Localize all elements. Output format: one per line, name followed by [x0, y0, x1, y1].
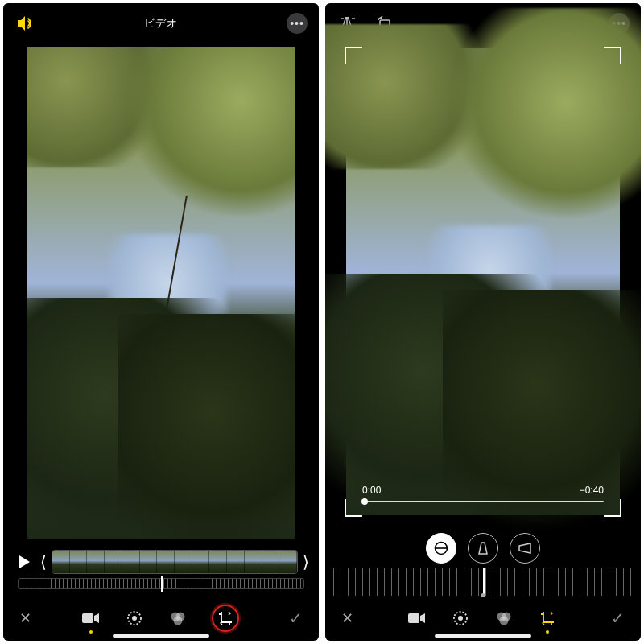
straighten-button[interactable] [426, 533, 456, 564]
svg-rect-0 [82, 613, 93, 623]
home-indicator[interactable] [113, 634, 209, 638]
horizontal-perspective-button[interactable] [510, 533, 540, 564]
crop-corner-br[interactable] [604, 499, 621, 517]
svg-rect-11 [408, 613, 419, 623]
done-button[interactable]: ✓ [611, 609, 625, 628]
trim-handle-left[interactable]: ⟨ [40, 552, 47, 572]
cancel-button[interactable]: ✕ [19, 609, 31, 627]
adjust-tab-button[interactable] [125, 609, 144, 628]
video-preview[interactable] [27, 47, 295, 539]
crop-rotate-icon [217, 610, 233, 626]
header-title: ビデオ [3, 16, 319, 31]
scrubber[interactable] [18, 578, 304, 589]
trim-handle-right[interactable]: ⟩ [303, 552, 309, 572]
video-tab-button[interactable] [81, 609, 101, 628]
playhead-track[interactable] [362, 501, 604, 502]
filmstrip-timeline[interactable] [52, 550, 298, 574]
crop-frame[interactable]: 0:00 −0:40 [341, 43, 625, 523]
vertical-perspective-button[interactable] [468, 533, 498, 564]
scrub-row [3, 578, 319, 596]
cancel-button[interactable]: ✕ [341, 609, 353, 627]
svg-point-2 [132, 616, 137, 621]
right-screen-crop-mode: ••• 0:00 −0:40 ✕ [325, 3, 641, 641]
time-overlay: 0:00 −0:40 [362, 485, 604, 496]
angle-center-dot [481, 593, 485, 597]
filters-tab-button[interactable] [494, 609, 514, 628]
crop-tab-button[interactable] [538, 609, 557, 628]
remaining-time-label: −0:40 [580, 485, 604, 496]
video-preview[interactable]: 0:00 −0:40 [346, 48, 620, 515]
crop-corner-tr[interactable] [604, 47, 621, 64]
filters-tab-button[interactable] [168, 609, 188, 628]
adjust-tab-button[interactable] [451, 609, 470, 628]
done-button[interactable]: ✓ [289, 609, 303, 628]
left-screen-video-edit: ビデオ ••• ⟨ ⟩ ✕ [3, 3, 319, 641]
crop-tab-button-selected[interactable] [212, 605, 239, 632]
audio-toggle-button[interactable] [14, 12, 37, 35]
svg-point-5 [174, 617, 183, 625]
current-time-label: 0:00 [362, 485, 381, 496]
angle-center-marker [483, 568, 485, 596]
more-options-button[interactable]: ••• [287, 13, 308, 34]
play-button[interactable] [13, 551, 35, 573]
svg-point-16 [500, 617, 509, 625]
home-indicator[interactable] [435, 634, 531, 638]
video-tab-button[interactable] [407, 609, 427, 628]
straighten-controls [325, 528, 641, 568]
crop-corner-bl[interactable] [345, 499, 362, 517]
crop-rotate-icon [539, 610, 555, 626]
top-bar: ビデオ ••• [3, 3, 319, 43]
crop-corner-tl[interactable] [345, 47, 362, 64]
angle-ruler[interactable] [333, 568, 633, 596]
svg-point-13 [458, 616, 463, 621]
timeline-row: ⟨ ⟩ [3, 546, 319, 578]
